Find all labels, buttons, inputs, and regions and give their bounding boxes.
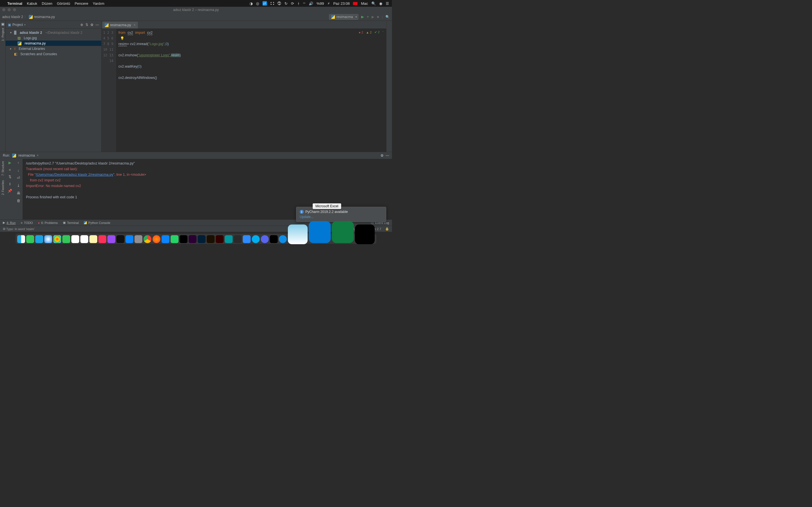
- dock-appstore[interactable]: [125, 235, 133, 243]
- flag-icon[interactable]: [353, 2, 357, 5]
- tree-file-resimacma[interactable]: resimacma.py: [6, 41, 101, 46]
- dock-podcasts[interactable]: [107, 235, 115, 243]
- inspection-indicators[interactable]: ● 2 ▲ 2 ✔ 2 ˇ: [359, 31, 384, 34]
- macos-dock[interactable]: [15, 234, 376, 244]
- close-icon[interactable]: ×: [37, 154, 39, 158]
- dock-pycharm[interactable]: [270, 235, 278, 243]
- code-area[interactable]: 1 2 3 4 5 6 7 8 9 10 11 12 13 14 from cv…: [101, 29, 386, 152]
- dock-intellij[interactable]: [180, 235, 188, 243]
- menu-yardim[interactable]: Yardım: [93, 1, 104, 6]
- search-icon[interactable]: 🔍: [386, 15, 390, 19]
- backup-icon[interactable]: ↻: [285, 1, 288, 6]
- timemachine-icon[interactable]: ⟳: [291, 1, 294, 6]
- run-config-selector[interactable]: resimacma: [329, 14, 358, 20]
- project-strip-icon[interactable]: ▣: [1, 22, 4, 26]
- bottom-run[interactable]: ▶ 4: Run: [3, 221, 15, 224]
- grid-icon[interactable]: ⛚: [270, 1, 274, 6]
- filter-icon[interactable]: ⫿: [9, 182, 11, 186]
- dock-discord[interactable]: [261, 235, 269, 243]
- dock-teamviewer[interactable]: [279, 235, 287, 243]
- dock-premiere[interactable]: [189, 235, 197, 243]
- bottom-todo[interactable]: ≡ TODO: [20, 221, 33, 224]
- dock-terminal[interactable]: [355, 224, 375, 244]
- update-notification[interactable]: iPyCharm 2019.2.2 available Update...: [296, 207, 386, 222]
- breadcrumb-file[interactable]: resimacma.py: [29, 15, 55, 19]
- locate-icon[interactable]: ⊕: [80, 23, 83, 27]
- dock-facetime[interactable]: [62, 235, 70, 243]
- notifications-icon[interactable]: ☰: [386, 1, 389, 6]
- dock-illustrator[interactable]: [216, 235, 223, 243]
- volume-icon[interactable]: 🔊: [309, 1, 313, 6]
- dock-arduino[interactable]: [225, 235, 233, 243]
- user-label[interactable]: Mac: [361, 1, 368, 6]
- dock-tv[interactable]: [116, 235, 124, 243]
- siri-icon[interactable]: ◉: [379, 1, 382, 6]
- layout-icon[interactable]: ⇅: [8, 175, 11, 179]
- down-icon[interactable]: ↓: [17, 168, 19, 172]
- run-coverage-icon[interactable]: ▶: [371, 15, 374, 19]
- bottom-pyconsole[interactable]: Python Console: [84, 221, 110, 224]
- tree-file-logo[interactable]: ▤ Logo.jpg: [6, 35, 101, 41]
- hide-icon[interactable]: —: [386, 154, 389, 158]
- debug-icon[interactable]: ⌖: [367, 15, 369, 19]
- up-icon[interactable]: ↑: [17, 161, 19, 165]
- clear-icon[interactable]: 🗑: [17, 199, 20, 203]
- teamviewer-icon[interactable]: ⇄: [262, 1, 267, 6]
- run-config-name[interactable]: resimacma: [18, 154, 35, 158]
- scroll-icon[interactable]: ⤓: [17, 183, 20, 187]
- run-icon[interactable]: ▶: [361, 15, 364, 19]
- hide-icon[interactable]: —: [96, 23, 99, 27]
- clock[interactable]: Paz 23:08: [333, 1, 350, 6]
- menu-goruntu[interactable]: Görüntü: [57, 1, 70, 6]
- bulb-icon[interactable]: 💡: [120, 36, 124, 41]
- dock-excel[interactable]: [332, 221, 354, 243]
- accessibility-icon[interactable]: ⓵: [277, 1, 281, 6]
- rerun-icon[interactable]: ▶: [8, 161, 11, 165]
- tab-resimacma[interactable]: resimacma.py ×: [102, 22, 138, 29]
- print-icon[interactable]: 🖶: [17, 191, 20, 195]
- battery-label[interactable]: %99: [317, 1, 324, 6]
- stop-icon[interactable]: ■: [377, 15, 379, 19]
- dock-messages[interactable]: [26, 235, 34, 243]
- dock-photos[interactable]: [53, 235, 61, 243]
- dock-finder[interactable]: [17, 235, 25, 243]
- dock-preview[interactable]: [288, 224, 308, 244]
- dock-settings[interactable]: [135, 235, 142, 243]
- stop-icon[interactable]: ■: [9, 168, 11, 172]
- ctrl-center-icon[interactable]: ◑: [250, 1, 253, 6]
- dock-c[interactable]: [161, 235, 169, 243]
- menu-pencere[interactable]: Pencere: [75, 1, 88, 6]
- collapse-icon[interactable]: ⇅: [86, 23, 88, 27]
- menu-duzen[interactable]: Düzen: [42, 1, 52, 6]
- project-label[interactable]: Project: [12, 23, 23, 27]
- dock-bridge[interactable]: [207, 235, 214, 243]
- dock-audio[interactable]: [234, 235, 242, 243]
- dock-photoshop[interactable]: [198, 235, 206, 243]
- wifi-icon[interactable]: ⌔: [303, 1, 305, 6]
- dock-mail[interactable]: [35, 235, 43, 243]
- dock-whatsapp[interactable]: [170, 235, 179, 243]
- tree-root[interactable]: ▾▉ adsız klasör 2 ~/Desktop/adsız klasör…: [6, 30, 101, 35]
- bluetooth-icon[interactable]: ᚼ: [297, 1, 300, 6]
- settings-icon[interactable]: ✿: [91, 23, 93, 27]
- cc-icon[interactable]: ◎: [256, 1, 259, 6]
- bottom-terminal[interactable]: ▣ Terminal: [63, 221, 79, 224]
- traffic-lights[interactable]: [2, 8, 16, 11]
- close-icon[interactable]: ×: [134, 23, 136, 27]
- menu-kabuk[interactable]: Kabuk: [27, 1, 37, 6]
- dock-calendar[interactable]: [71, 235, 79, 243]
- update-link[interactable]: Update...: [300, 215, 313, 219]
- structure-strip[interactable]: 7: Structure: [1, 161, 4, 176]
- dock-chrome[interactable]: [144, 235, 151, 243]
- favorites-strip[interactable]: 2: Favorites: [1, 180, 4, 195]
- tree-scratches[interactable]: ◧ Scratches and Consoles: [6, 51, 101, 57]
- gear-icon[interactable]: ✿: [380, 154, 384, 158]
- lock-icon[interactable]: 🔒: [385, 227, 389, 231]
- pin-icon[interactable]: 📌: [8, 189, 12, 193]
- breadcrumb-root[interactable]: adsız klasör 2: [2, 15, 23, 19]
- dock-safari[interactable]: [44, 235, 52, 243]
- chevron-icon[interactable]: ˇ: [382, 31, 384, 34]
- menubar-app[interactable]: Terminal: [7, 1, 22, 6]
- tree-ext-lib[interactable]: ▸⫴ External Libraries: [6, 46, 101, 51]
- dock-zoom[interactable]: [243, 235, 251, 243]
